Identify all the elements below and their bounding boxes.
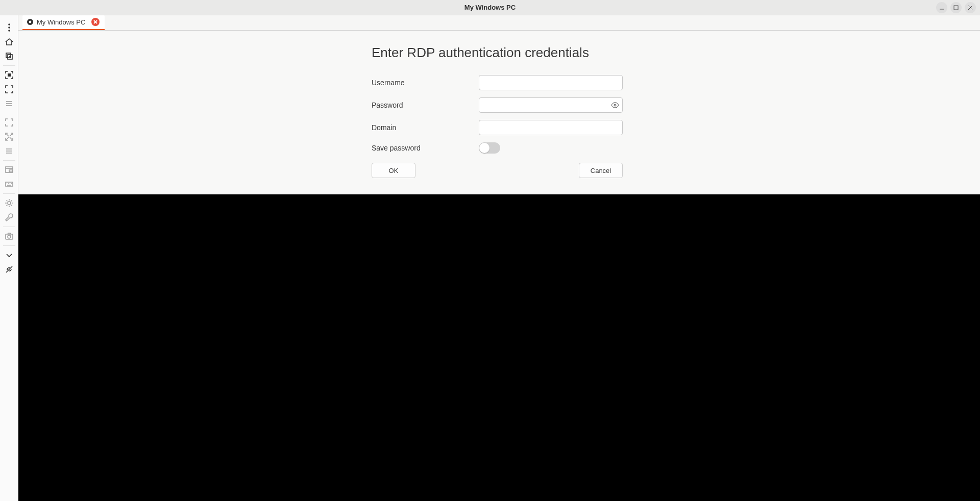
wrench-icon xyxy=(5,213,14,222)
save-password-toggle[interactable] xyxy=(479,142,500,154)
gear-icon xyxy=(5,198,14,208)
multi-fullscreen-icon xyxy=(5,118,14,127)
kebab-icon xyxy=(5,23,14,32)
camera-icon xyxy=(5,232,14,241)
toolbar-separator xyxy=(3,193,15,194)
duplicate-icon xyxy=(5,52,14,61)
minimize-icon xyxy=(939,5,945,11)
toolbar-screenshot-button[interactable] xyxy=(0,229,18,243)
close-button[interactable] xyxy=(965,2,976,13)
maximize-button[interactable] xyxy=(950,2,962,13)
svg-point-6 xyxy=(9,30,10,31)
list-icon xyxy=(5,146,14,156)
toolbar-separator xyxy=(3,245,15,246)
expand-icon xyxy=(5,132,14,141)
toolbar-tools-button[interactable] xyxy=(0,210,18,224)
close-icon xyxy=(93,20,97,24)
toolbar-listmode-button[interactable] xyxy=(0,144,18,158)
password-label: Password xyxy=(372,101,479,109)
domain-label: Domain xyxy=(372,123,479,132)
toolbar-multimonitor-button[interactable] xyxy=(0,115,18,130)
svg-point-32 xyxy=(29,21,32,23)
auth-dialog: Enter RDP authentication credentials Use… xyxy=(18,31,980,194)
toolbar-scaled-button[interactable] xyxy=(0,68,18,82)
domain-input[interactable] xyxy=(479,120,623,135)
chevron-down-icon xyxy=(5,251,14,260)
left-toolbar xyxy=(0,15,18,501)
keyboard-icon xyxy=(5,180,14,189)
tab-label: My Windows PC xyxy=(37,18,85,26)
toolbar-menu-button[interactable] xyxy=(0,20,18,35)
svg-rect-20 xyxy=(9,170,12,172)
main-area: My Windows PC Enter RDP authentication c… xyxy=(18,15,980,501)
minimize-button[interactable] xyxy=(936,2,947,13)
svg-point-29 xyxy=(8,235,11,238)
svg-point-35 xyxy=(614,104,616,106)
show-password-button[interactable] xyxy=(610,101,620,110)
eye-icon xyxy=(611,101,619,109)
windowed-icon xyxy=(5,165,14,174)
dialog-title: Enter RDP authentication credentials xyxy=(372,45,627,61)
save-password-label: Save password xyxy=(372,144,479,152)
cancel-button[interactable]: Cancel xyxy=(579,163,623,178)
password-input[interactable] xyxy=(479,97,623,113)
toolbar-grab-input-button[interactable] xyxy=(0,163,18,177)
ok-button[interactable]: OK xyxy=(372,163,415,178)
remmina-icon xyxy=(27,18,34,26)
fullscreen-icon xyxy=(5,85,14,94)
toolbar-collapse-button[interactable] xyxy=(0,248,18,262)
window-controls xyxy=(936,2,976,13)
toolbar-dynres-button[interactable] xyxy=(0,96,18,111)
svg-point-27 xyxy=(8,202,11,205)
svg-point-4 xyxy=(9,24,10,25)
disconnect-icon xyxy=(5,265,14,274)
toolbar-separator xyxy=(3,65,15,66)
toolbar-fullscreen-button[interactable] xyxy=(0,82,18,96)
tab-bar: My Windows PC xyxy=(18,15,980,31)
toolbar-separator xyxy=(3,113,15,113)
scaled-icon xyxy=(5,70,14,80)
toolbar-home-button[interactable] xyxy=(0,35,18,49)
titlebar: My Windows PC xyxy=(0,0,980,15)
toolbar-keyboard-button[interactable] xyxy=(0,177,18,191)
toolbar-preferences-button[interactable] xyxy=(0,196,18,210)
toolbar-disconnect-button[interactable] xyxy=(0,262,18,277)
window-title: My Windows PC xyxy=(464,4,516,11)
username-label: Username xyxy=(372,79,479,87)
toolbar-duplicate-button[interactable] xyxy=(0,49,18,63)
toolbar-expand-button[interactable] xyxy=(0,130,18,144)
tab-close-button[interactable] xyxy=(91,18,100,26)
toolbar-separator xyxy=(3,227,15,227)
close-icon xyxy=(967,5,973,11)
home-icon xyxy=(5,37,14,46)
maximize-icon xyxy=(953,5,959,11)
connection-tab[interactable]: My Windows PC xyxy=(22,15,105,30)
username-input[interactable] xyxy=(479,75,623,90)
toggle-knob xyxy=(479,143,489,153)
toolbar-separator xyxy=(3,160,15,161)
list-icon xyxy=(5,99,14,108)
svg-rect-1 xyxy=(954,6,958,10)
svg-point-5 xyxy=(9,27,10,28)
remote-display[interactable] xyxy=(18,194,980,501)
svg-rect-11 xyxy=(8,73,11,77)
